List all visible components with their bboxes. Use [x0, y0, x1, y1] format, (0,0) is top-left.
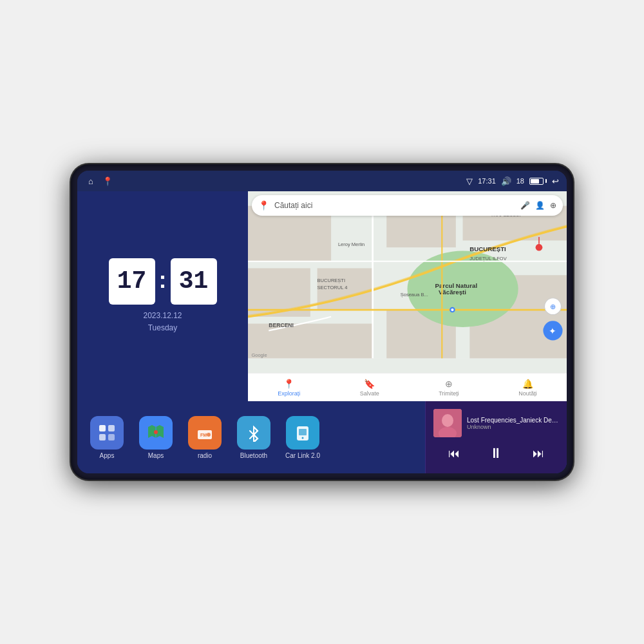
map-nav-share[interactable]: ⊕ Trimiteți — [439, 379, 459, 397]
music-controls: ⏮ ⏸ ⏭ — [433, 441, 559, 466]
svg-text:⊕: ⊕ — [550, 303, 556, 310]
svg-text:JUDEȚUL ILFOV: JUDEȚUL ILFOV — [469, 256, 506, 261]
battery-level: 18 — [516, 177, 524, 185]
carlink-label: Car Link 2.0 — [285, 452, 320, 459]
apps-icon-bg — [90, 416, 124, 450]
svg-text:✦: ✦ — [549, 326, 556, 336]
music-title: Lost Frequencies_Janieck Devy-... — [467, 417, 559, 424]
clock-hours: 17 — [109, 258, 155, 305]
radio-label: radio — [198, 452, 212, 459]
map-search-pin-icon: 📍 — [258, 200, 269, 211]
clock-display: 17 : 31 — [109, 258, 217, 305]
svg-point-32 — [154, 430, 158, 434]
mic-icon[interactable]: 🎤 — [520, 201, 530, 210]
app-icon-carlink[interactable]: Car Link 2.0 — [283, 416, 322, 459]
maps-icon-bg — [139, 416, 173, 450]
svg-point-41 — [442, 414, 453, 427]
svg-rect-31 — [108, 434, 115, 440]
maps-label: Maps — [148, 452, 164, 459]
music-info: Lost Frequencies_Janieck Devy-... Unknow… — [467, 417, 559, 430]
svg-point-39 — [302, 437, 304, 439]
svg-text:FM: FM — [200, 433, 207, 437]
news-icon: 🔔 — [522, 379, 533, 389]
svg-text:Șoseaua B...: Șoseaua B... — [401, 292, 428, 298]
signal-icon: ▽ — [466, 176, 473, 186]
explore-icon: 📍 — [283, 379, 294, 389]
clock-colon: : — [159, 267, 167, 294]
map-canvas[interactable]: Parcul Natural Văcărești — [248, 191, 567, 373]
radio-icon-bg: FM — [188, 416, 222, 450]
svg-point-12 — [536, 244, 543, 251]
status-bar-right: ▽ 17:31 🔊 18 ↩ — [466, 176, 559, 186]
clock-date: 2023.12.12 Tuesday — [143, 310, 182, 334]
map-nav-news[interactable]: 🔔 Noutăți — [518, 379, 537, 397]
maps-shortcut-icon[interactable]: 📍 — [102, 175, 113, 187]
explore-label: Explorați — [278, 390, 300, 397]
app-icons-strip: Apps Maps — [77, 401, 425, 473]
svg-rect-30 — [99, 434, 106, 440]
svg-rect-38 — [299, 429, 307, 435]
svg-point-35 — [207, 433, 211, 437]
map-nav-saved[interactable]: 🔖 Salvate — [360, 379, 379, 397]
music-top: Lost Frequencies_Janieck Devy-... Unknow… — [433, 409, 559, 437]
bluetooth-icon-bg — [237, 416, 270, 450]
map-widget[interactable]: 📍 Căutați aici 🎤 👤 ⊕ — [248, 191, 567, 401]
main-content: 17 : 31 2023.12.12 Tuesday 📍 Căutați aic… — [77, 191, 567, 473]
device-screen: ⌂ 📍 ▽ 17:31 🔊 18 ↩ — [77, 171, 567, 473]
account-icon[interactable]: 👤 — [535, 201, 545, 210]
carlink-icon-bg — [286, 416, 319, 450]
app-icon-bluetooth[interactable]: Bluetooth — [234, 416, 273, 459]
svg-text:BUCUREȘTI: BUCUREȘTI — [469, 245, 506, 252]
svg-text:Google: Google — [251, 352, 267, 358]
svg-text:BUCUREȘTI: BUCUREȘTI — [317, 278, 345, 283]
volume-icon[interactable]: 🔊 — [501, 176, 511, 186]
news-label: Noutăți — [518, 390, 537, 397]
bluetooth-label: Bluetooth — [240, 452, 267, 459]
apps-label: Apps — [100, 452, 115, 459]
map-search-icons: 🎤 👤 ⊕ — [520, 201, 556, 210]
music-album-art — [433, 409, 462, 437]
prev-button[interactable]: ⏮ — [443, 446, 465, 462]
bottom-row: Apps Maps — [77, 401, 567, 473]
map-bottom-bar: 📍 Explorați 🔖 Salvate ⊕ Trimiteți 🔔 — [248, 373, 567, 401]
clock-widget: 17 : 31 2023.12.12 Tuesday — [77, 191, 248, 401]
map-search-bar[interactable]: 📍 Căutați aici 🎤 👤 ⊕ — [252, 195, 563, 216]
back-icon[interactable]: ↩ — [552, 176, 559, 186]
app-icon-apps[interactable]: Apps — [88, 416, 126, 459]
map-search-placeholder[interactable]: Căutați aici — [274, 201, 312, 210]
saved-icon: 🔖 — [364, 379, 375, 389]
svg-rect-28 — [99, 425, 106, 431]
top-row: 17 : 31 2023.12.12 Tuesday 📍 Căutați aic… — [77, 191, 567, 401]
share-label: Trimiteți — [439, 390, 459, 397]
status-bar-left: ⌂ 📍 — [85, 175, 113, 187]
clock-minutes: 31 — [171, 258, 217, 305]
battery-icon — [529, 178, 547, 185]
music-artist: Unknown — [467, 424, 559, 430]
map-nav-explore[interactable]: 📍 Explorați — [278, 379, 300, 397]
home-icon[interactable]: ⌂ — [85, 175, 97, 187]
music-player: Lost Frequencies_Janieck Devy-... Unknow… — [425, 401, 567, 473]
share-icon: ⊕ — [445, 379, 453, 389]
status-bar: ⌂ 📍 ▽ 17:31 🔊 18 ↩ — [77, 171, 567, 191]
svg-text:Leroy Merlin: Leroy Merlin — [338, 242, 365, 247]
svg-point-14 — [451, 308, 453, 311]
play-pause-button[interactable]: ⏸ — [484, 444, 508, 463]
app-icon-radio[interactable]: FM radio — [185, 416, 224, 459]
saved-label: Salvate — [360, 390, 379, 397]
svg-text:SECTORUL 4: SECTORUL 4 — [317, 285, 348, 290]
status-time: 17:31 — [478, 177, 496, 185]
next-button[interactable]: ⏭ — [527, 446, 549, 462]
app-icon-maps[interactable]: Maps — [137, 416, 175, 459]
svg-rect-29 — [108, 425, 115, 431]
svg-text:BERCENI: BERCENI — [269, 322, 294, 328]
car-display-device: ⌂ 📍 ▽ 17:31 🔊 18 ↩ — [71, 164, 573, 480]
layers-icon[interactable]: ⊕ — [550, 201, 556, 210]
